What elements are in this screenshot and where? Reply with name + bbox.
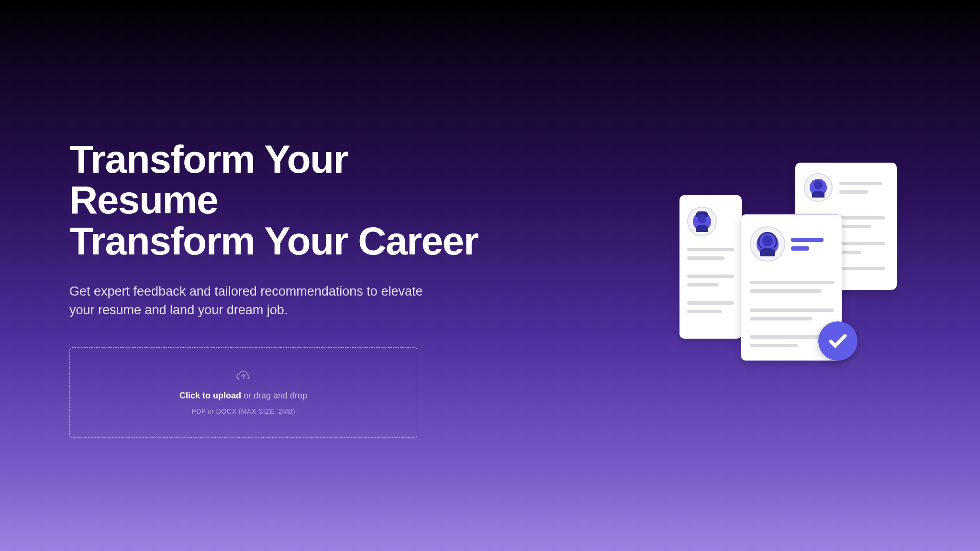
headline-line-1: Transform Your Resume xyxy=(69,137,348,221)
cloud-upload-icon xyxy=(235,370,252,383)
upload-click-label: Click to upload xyxy=(179,391,241,400)
avatar xyxy=(804,173,833,202)
avatar xyxy=(687,207,717,236)
resume-illustration xyxy=(679,163,928,392)
hero-section: Transform Your Resume Transform Your Car… xyxy=(69,139,500,438)
page-title: Transform Your Resume Transform Your Car… xyxy=(69,139,500,261)
upload-drag-label: or drag and drop xyxy=(241,391,307,400)
upload-primary-text: Click to upload or drag and drop xyxy=(179,391,307,401)
check-icon xyxy=(827,331,848,352)
check-badge xyxy=(818,321,858,361)
upload-hint: PDF or DOCX (MAX SIZE. 2MB) xyxy=(191,408,295,415)
illus-doc-left xyxy=(679,195,742,339)
headline-line-2: Transform Your Career xyxy=(69,219,478,263)
upload-dropzone[interactable]: Click to upload or drag and drop PDF or … xyxy=(69,347,417,438)
page-subtitle: Get expert feedback and tailored recomme… xyxy=(69,282,423,320)
avatar xyxy=(750,226,785,262)
